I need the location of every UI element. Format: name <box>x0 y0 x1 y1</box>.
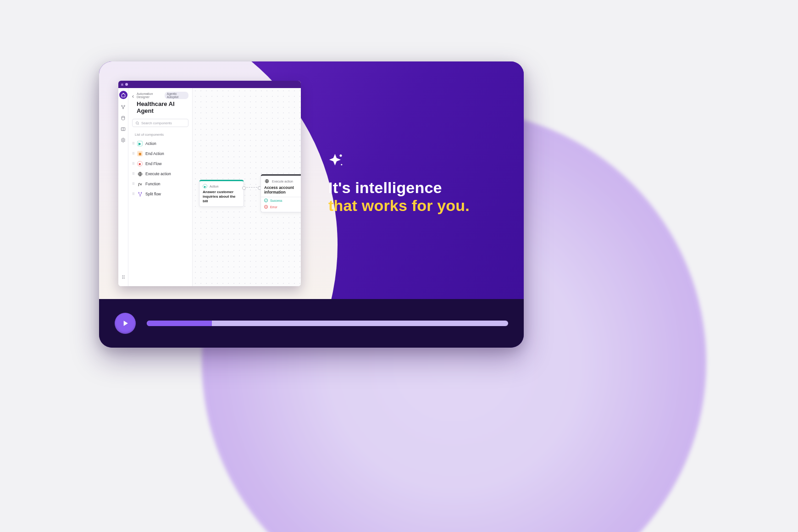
nav-data-icon[interactable] <box>120 115 127 121</box>
hero-headline: It's intelligence that works for you. <box>328 152 470 215</box>
flow-connector[interactable] <box>244 187 260 188</box>
component-label: Split flow <box>145 192 161 196</box>
video-player: it <box>99 61 524 348</box>
left-panel: ‹ Automation Designer Agentic Autopilot … <box>128 88 193 286</box>
page-title: Healthcare AI Agent <box>137 100 188 114</box>
nav-settings-icon[interactable] <box>120 137 127 143</box>
function-icon: ƒx <box>137 181 143 187</box>
svg-point-3 <box>122 116 124 117</box>
flow-node-tag: Action <box>210 185 218 188</box>
back-chevron-icon[interactable]: ‹ <box>132 94 134 99</box>
breadcrumb-pill[interactable]: Agentic Autopilot <box>165 92 188 99</box>
progress-track[interactable] <box>147 321 508 326</box>
breadcrumb-root[interactable]: Automation Designer <box>137 92 163 99</box>
app-logo-mark: it <box>121 83 123 87</box>
nav-apps-icon[interactable]: ⠿ <box>122 275 125 281</box>
status-success[interactable]: ✓ Success <box>261 197 301 204</box>
svg-point-12 <box>339 155 342 157</box>
svg-point-13 <box>341 164 342 165</box>
component-label: Execute action <box>145 172 171 176</box>
component-end-action[interactable]: ⠿ ◼ End Action <box>128 149 192 159</box>
nav-library-icon[interactable] <box>120 126 127 132</box>
flow-node-action[interactable]: ▶ Action Answer customer inquiries about… <box>199 180 244 207</box>
component-action[interactable]: ⠿ ▶ Action <box>128 139 192 149</box>
nav-flows-icon[interactable] <box>120 104 127 110</box>
drag-handle-icon[interactable]: ⠿ <box>132 172 134 176</box>
component-label: End Flow <box>145 161 161 166</box>
play-icon <box>121 319 130 328</box>
end-action-icon: ◼ <box>137 151 143 156</box>
drag-handle-icon[interactable]: ⠿ <box>132 162 134 166</box>
search-icon <box>135 121 139 125</box>
globe-icon <box>137 171 143 177</box>
component-split-flow[interactable]: ⠿ Split flow <box>128 189 192 199</box>
status-error[interactable]: ✕ Error <box>261 204 301 210</box>
component-execute-action[interactable]: ⠿ Execute action <box>128 169 192 179</box>
check-icon: ✓ <box>264 199 268 202</box>
app-window: it <box>118 81 301 286</box>
globe-icon <box>264 178 270 184</box>
play-button[interactable] <box>115 313 136 334</box>
component-label: Action <box>145 141 156 146</box>
drag-handle-icon[interactable]: ⠿ <box>132 192 134 196</box>
headline-line2: that works for you. <box>328 197 470 215</box>
svg-point-5 <box>122 139 124 141</box>
search-placeholder: Search components <box>141 121 172 125</box>
split-icon <box>137 191 143 197</box>
nav-rail: ⠿ <box>118 88 128 286</box>
nav-home-icon[interactable] <box>119 91 127 99</box>
drag-handle-icon[interactable]: ⠿ <box>132 182 134 186</box>
flow-node-text: Answer customer inquiries about the bill <box>203 190 240 204</box>
end-flow-icon: ■ <box>137 161 143 166</box>
component-list: ⠿ ▶ Action ⠿ ◼ End Action ⠿ ■ End Fl <box>128 139 192 199</box>
titlebar-dot-icon <box>125 83 128 86</box>
drag-handle-icon[interactable]: ⠿ <box>132 142 134 146</box>
flow-canvas[interactable]: ▶ Action Answer customer inquiries about… <box>193 88 301 286</box>
status-label: Success <box>270 199 282 202</box>
flow-node-execute[interactable]: Execute action Access account informatio… <box>260 174 301 212</box>
component-end-flow[interactable]: ⠿ ■ End Flow <box>128 159 192 169</box>
breadcrumb: Automation Designer Agentic Autopilot <box>137 92 188 99</box>
headline-line1: It's intelligence <box>328 179 470 197</box>
video-stage: it <box>99 61 524 299</box>
x-icon: ✕ <box>264 205 268 209</box>
play-icon: ▶ <box>137 141 143 146</box>
app-titlebar: it <box>118 81 301 88</box>
list-heading: List of components <box>128 130 192 139</box>
component-function[interactable]: ⠿ ƒx Function <box>128 179 192 189</box>
progress-fill <box>147 321 212 326</box>
play-icon: ▶ <box>203 184 207 188</box>
sparkle-icon <box>328 152 345 169</box>
search-input[interactable]: Search components <box>132 119 188 127</box>
component-label: End Action <box>145 151 164 156</box>
flow-node-tag: Execute action <box>272 180 293 183</box>
svg-point-6 <box>136 122 139 124</box>
flow-node-text: Access account information <box>264 185 301 194</box>
component-label: Function <box>145 182 161 186</box>
status-label: Error <box>270 205 277 209</box>
drag-handle-icon[interactable]: ⠿ <box>132 152 134 156</box>
player-controls <box>99 299 524 348</box>
